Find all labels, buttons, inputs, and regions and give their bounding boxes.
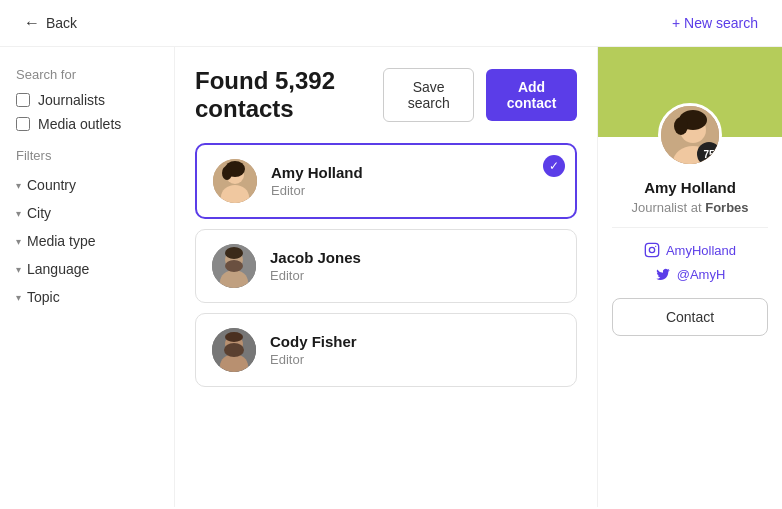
search-for-label: Search for: [16, 67, 158, 82]
avatar-cody: [212, 328, 256, 372]
detail-role: Journalist at Forbes: [631, 200, 748, 215]
svg-point-8: [225, 260, 243, 272]
detail-panel: 75 Amy Holland Journalist at Forbes AmyH…: [597, 47, 782, 507]
contact-card-jacob[interactable]: Jacob Jones Editor: [195, 229, 577, 303]
contact-role-amy: Editor: [271, 183, 363, 198]
journalists-label: Journalists: [38, 92, 105, 108]
contact-card-cody[interactable]: Cody Fisher Editor: [195, 313, 577, 387]
contact-info-jacob: Jacob Jones Editor: [270, 249, 361, 283]
sidebar: Search for Journalists Media outlets Fil…: [0, 47, 175, 507]
top-bar: ← Back + New search: [0, 0, 782, 47]
add-contact-button[interactable]: Add contact: [486, 69, 577, 121]
media-outlets-label: Media outlets: [38, 116, 121, 132]
filter-language-label: Language: [27, 261, 89, 277]
svg-point-13: [224, 343, 244, 357]
avatar-jacob: [212, 244, 256, 288]
contact-name-amy: Amy Holland: [271, 164, 363, 181]
filter-city-label: City: [27, 205, 51, 221]
detail-avatar-wrap: 75: [658, 103, 722, 167]
header-actions: Save search Add contact: [383, 68, 577, 122]
avatar-amy: [213, 159, 257, 203]
media-outlets-checkbox[interactable]: [16, 117, 30, 131]
filter-media-type[interactable]: ▾ Media type: [16, 227, 158, 255]
selected-check-amy: ✓: [543, 155, 565, 177]
twitter-handle: @AmyH: [677, 267, 726, 282]
media-outlets-checkbox-item: Media outlets: [16, 116, 158, 132]
contact-name-cody: Cody Fisher: [270, 333, 357, 350]
chevron-country-icon: ▾: [16, 180, 21, 191]
svg-point-21: [649, 247, 654, 252]
chevron-topic-icon: ▾: [16, 292, 21, 303]
contact-button[interactable]: Contact: [612, 298, 768, 336]
filter-topic-label: Topic: [27, 289, 60, 305]
score-badge: 75: [697, 142, 721, 166]
back-button[interactable]: ← Back: [24, 14, 77, 32]
svg-point-19: [674, 117, 688, 135]
svg-rect-20: [645, 243, 658, 256]
results-area: Found 5,392 contacts Save search Add con…: [175, 47, 597, 507]
detail-body: Amy Holland Journalist at Forbes AmyHoll…: [598, 137, 782, 350]
filter-country-label: Country: [27, 177, 76, 193]
twitter-icon: [655, 266, 671, 282]
filter-country[interactable]: ▾ Country: [16, 171, 158, 199]
contact-card-amy[interactable]: Amy Holland Editor ✓: [195, 143, 577, 219]
detail-role-prefix: Journalist at: [631, 200, 701, 215]
filter-city[interactable]: ▾ City: [16, 199, 158, 227]
chevron-city-icon: ▾: [16, 208, 21, 219]
chevron-language-icon: ▾: [16, 264, 21, 275]
chevron-media-type-icon: ▾: [16, 236, 21, 247]
new-search-button[interactable]: + New search: [672, 15, 758, 31]
back-label: Back: [46, 15, 77, 31]
svg-point-22: [655, 246, 656, 247]
detail-avatar: 75: [658, 103, 722, 167]
results-title: Found 5,392 contacts: [195, 67, 383, 123]
twitter-link[interactable]: @AmyH: [655, 266, 726, 282]
svg-point-4: [222, 166, 232, 180]
journalists-checkbox-item: Journalists: [16, 92, 158, 108]
filter-language[interactable]: ▾ Language: [16, 255, 158, 283]
main-content: Search for Journalists Media outlets Fil…: [0, 47, 782, 507]
filter-topic[interactable]: ▾ Topic: [16, 283, 158, 311]
instagram-icon: [644, 242, 660, 258]
contact-role-jacob: Editor: [270, 268, 361, 283]
contact-info-cody: Cody Fisher Editor: [270, 333, 357, 367]
back-arrow-icon: ←: [24, 14, 40, 32]
filters-label: Filters: [16, 148, 158, 163]
instagram-handle: AmyHolland: [666, 243, 736, 258]
contact-cards-list: Amy Holland Editor ✓: [195, 143, 577, 387]
detail-publication: Forbes: [705, 200, 748, 215]
results-header: Found 5,392 contacts Save search Add con…: [195, 67, 577, 123]
instagram-link[interactable]: AmyHolland: [644, 242, 736, 258]
detail-divider: [612, 227, 768, 228]
svg-point-14: [225, 332, 243, 342]
save-search-button[interactable]: Save search: [383, 68, 474, 122]
contact-name-jacob: Jacob Jones: [270, 249, 361, 266]
contact-info-amy: Amy Holland Editor: [271, 164, 363, 198]
journalists-checkbox[interactable]: [16, 93, 30, 107]
detail-name: Amy Holland: [644, 179, 736, 196]
filter-media-type-label: Media type: [27, 233, 95, 249]
detail-banner: 75: [598, 47, 782, 137]
svg-point-9: [225, 247, 243, 259]
contact-role-cody: Editor: [270, 352, 357, 367]
